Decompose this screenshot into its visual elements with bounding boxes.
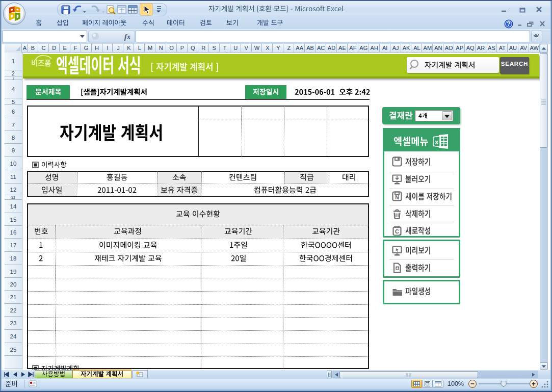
svg-text:fx: fx bbox=[124, 33, 131, 41]
svg-text:C: C bbox=[395, 228, 399, 234]
svg-text:x: x bbox=[435, 138, 439, 146]
svg-text:N: N bbox=[395, 194, 399, 200]
svg-text:?: ? bbox=[507, 20, 510, 28]
